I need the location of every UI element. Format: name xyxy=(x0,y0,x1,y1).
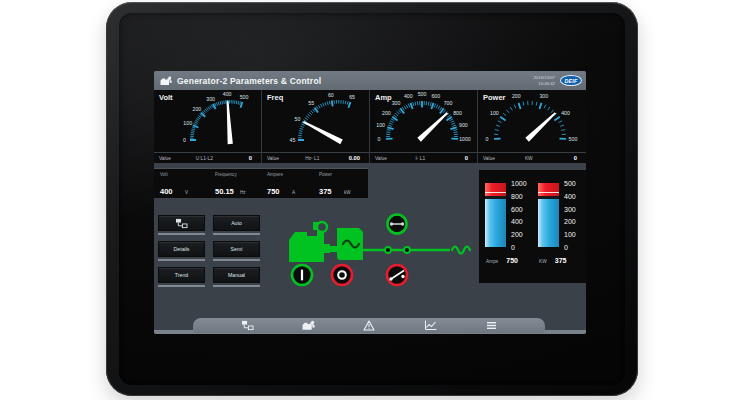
svg-text:100: 100 xyxy=(490,110,499,116)
svg-text:200: 200 xyxy=(193,106,202,112)
menu-icon xyxy=(486,321,497,330)
gauges-row: Volt 0100200300400500 Value U L1-L2 0 Fr… xyxy=(154,90,586,163)
nav-item-alarms[interactable] xyxy=(362,320,376,332)
svg-text:400: 400 xyxy=(404,93,413,99)
table-cell-power: Power 375kW xyxy=(313,169,368,198)
navigation-bar xyxy=(193,318,545,333)
engine-icon xyxy=(289,222,337,262)
bar-fill xyxy=(538,199,559,247)
gauge-channel: I- L1 xyxy=(415,156,425,161)
gauge-footer: Value KW 0 xyxy=(478,152,586,163)
svg-text:400: 400 xyxy=(561,110,570,116)
bar-caption: KW 375 xyxy=(539,257,585,264)
stop-button[interactable] xyxy=(332,265,352,285)
busbar-icon xyxy=(241,320,254,331)
svg-text:0: 0 xyxy=(378,136,381,142)
manual-button[interactable]: Manual xyxy=(213,267,260,283)
breaker-closed-indicator[interactable] xyxy=(388,215,407,234)
datetime: 2016/15/07 10:46:42 xyxy=(533,75,555,85)
busbar-node xyxy=(385,247,391,253)
start-button[interactable] xyxy=(292,265,312,285)
gauge-channel: Hz- L1 xyxy=(305,156,319,161)
busbar-node xyxy=(404,247,410,253)
semi-button[interactable]: Semi xyxy=(213,241,260,257)
bar-track xyxy=(538,183,559,247)
bar-graph-amps: 10008006004002000 Amps 750 xyxy=(479,170,532,283)
gauge-volt: Volt 0100200300400500 Value U L1-L2 0 xyxy=(154,90,262,163)
gauge-title: Power xyxy=(483,93,506,102)
gauge-channel: U L1-L2 xyxy=(196,156,213,161)
gauge-title: Volt xyxy=(159,93,173,102)
bar-fill xyxy=(485,199,506,247)
svg-text:1000: 1000 xyxy=(459,136,471,142)
nav-item-trend[interactable] xyxy=(423,320,437,332)
bar-caption: Amps 750 xyxy=(486,257,532,264)
page-title: Generator-2 Parameters & Control xyxy=(177,76,321,86)
nav-item-menu[interactable] xyxy=(484,320,498,332)
svg-text:0: 0 xyxy=(486,136,489,142)
details-button[interactable]: Details xyxy=(158,241,205,257)
grid-wave-symbol xyxy=(452,247,470,254)
svg-text:500: 500 xyxy=(240,94,249,100)
svg-text:100: 100 xyxy=(376,122,385,128)
gauge-channel: KW xyxy=(525,156,533,161)
gauge-reading: 0 xyxy=(249,155,252,161)
values-table: Volt 400V Frequency 50.15Hz Ampere 750A … xyxy=(154,168,368,198)
svg-text:200: 200 xyxy=(512,93,521,99)
bar-graph-kw: 5004003002001000 KW 375 xyxy=(532,170,585,283)
bar-alarm-zone xyxy=(538,183,559,196)
gauge-title: Amp xyxy=(375,93,392,102)
svg-text:700: 700 xyxy=(444,100,453,106)
bar-setpoint-mark xyxy=(485,192,506,193)
svg-text:65: 65 xyxy=(349,94,355,100)
svg-text:800: 800 xyxy=(453,110,462,116)
alarm-triangle-icon xyxy=(363,320,375,331)
svg-text:300: 300 xyxy=(539,93,548,99)
busbar-icon xyxy=(175,218,188,229)
bar-scale: 10008006004002000 xyxy=(511,180,527,251)
svg-text:500: 500 xyxy=(418,91,427,97)
breaker-open-button[interactable] xyxy=(387,265,407,285)
synoptic-button[interactable] xyxy=(158,215,205,231)
auto-button[interactable]: Auto xyxy=(213,215,260,231)
trend-chart-icon xyxy=(424,320,437,331)
gauge-footer: Value U L1-L2 0 xyxy=(154,152,261,163)
gauge-power: Power 0100200300400500 Value KW 0 xyxy=(478,90,586,163)
generator-icon xyxy=(302,320,315,331)
svg-text:600: 600 xyxy=(431,93,440,99)
title-bar: Generator-2 Parameters & Control 2016/15… xyxy=(154,71,586,90)
svg-text:500: 500 xyxy=(569,136,578,142)
svg-text:300: 300 xyxy=(206,96,215,102)
gauge-freq: Freq 4550556065 Value Hz- L1 0.00 xyxy=(262,90,370,163)
screenshot-stage: Generator-2 Parameters & Control 2016/15… xyxy=(0,0,740,400)
svg-text:900: 900 xyxy=(459,122,468,128)
svg-text:400: 400 xyxy=(223,91,232,97)
svg-text:300: 300 xyxy=(392,100,401,106)
svg-text:100: 100 xyxy=(183,120,192,126)
table-cell-volt: Volt 400V xyxy=(154,169,209,198)
gauge-amp: Amp 01002003004005006007008009001000 Val… xyxy=(370,90,478,163)
deif-logo: DEIF xyxy=(560,75,582,86)
generator-icon xyxy=(160,76,172,86)
svg-text:55: 55 xyxy=(308,100,314,106)
nav-item-generator[interactable] xyxy=(301,320,315,332)
control-buttons: Auto Details Semi Trend Manual xyxy=(158,215,262,293)
svg-text:0: 0 xyxy=(183,137,186,143)
gauge-footer: Value I- L1 0 xyxy=(370,152,477,163)
gauge-reading: 0 xyxy=(574,155,577,161)
bar-alarm-zone xyxy=(485,183,506,196)
trend-button[interactable]: Trend xyxy=(158,267,205,283)
svg-text:45: 45 xyxy=(290,137,296,143)
bar-setpoint-mark xyxy=(538,192,559,193)
main-area: Volt 400V Frequency 50.15Hz Ampere 750A … xyxy=(154,163,586,334)
table-cell-frequency: Frequency 50.15Hz xyxy=(209,169,261,198)
svg-text:200: 200 xyxy=(382,110,391,116)
nav-item-busbar[interactable] xyxy=(240,320,254,332)
hmi-screen: Generator-2 Parameters & Control 2016/15… xyxy=(154,71,586,334)
generator-symbol xyxy=(337,228,363,260)
bar-graphs-panel: 10008006004002000 Amps 750 5004003002001… xyxy=(479,170,586,283)
bar-track xyxy=(485,183,506,247)
svg-text:50: 50 xyxy=(295,116,301,122)
gauge-reading: 0 xyxy=(465,155,468,161)
gauge-reading: 0.00 xyxy=(349,155,360,161)
